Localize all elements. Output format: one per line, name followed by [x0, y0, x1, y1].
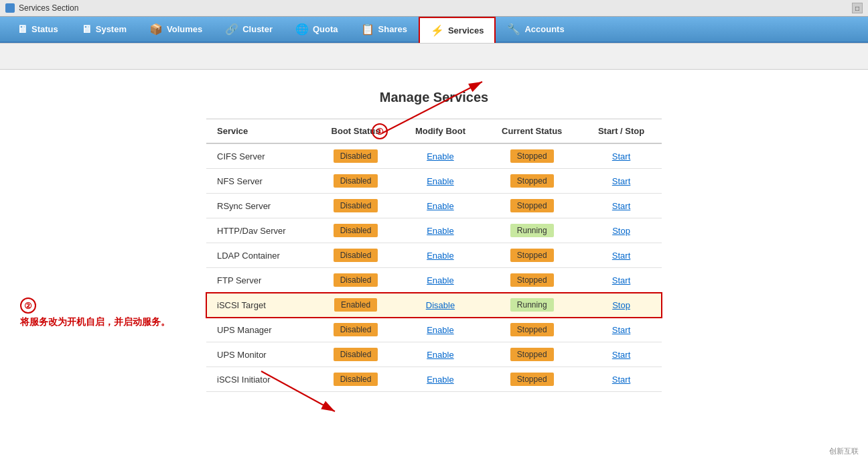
- start-button[interactable]: Start: [612, 151, 630, 161]
- current-status-cell: Stopped: [483, 143, 581, 169]
- nav-accounts[interactable]: 🔧 Accounts: [496, 17, 575, 42]
- current-status-cell: Stopped: [483, 342, 581, 367]
- start-stop-cell[interactable]: Stop: [581, 293, 662, 318]
- quota-icon: 🌐: [295, 23, 309, 36]
- page-wrapper: Services Section □ 🖥 Status 🖥 System 📦 V…: [0, 0, 868, 463]
- start-stop-cell[interactable]: Start: [581, 342, 662, 367]
- service-name: iSCSI Target: [206, 293, 313, 318]
- boot-status-cell: Disabled: [313, 318, 397, 342]
- modify-boot-cell[interactable]: Enable: [398, 194, 484, 218]
- boot-status-badge: Disabled: [334, 174, 378, 188]
- start-stop-cell[interactable]: Stop: [581, 218, 662, 243]
- modify-boot-button[interactable]: Enable: [427, 226, 453, 236]
- title-bar: Services Section □: [0, 0, 868, 17]
- nav-cluster[interactable]: 🔗 Cluster: [214, 17, 284, 42]
- boot-status-badge: Disabled: [334, 199, 378, 212]
- boot-status-badge: Disabled: [334, 149, 378, 163]
- current-status-cell: Running: [483, 218, 581, 243]
- nav-system[interactable]: 🖥 System: [70, 17, 138, 42]
- nav-quota-label: Quota: [313, 24, 338, 34]
- service-name: HTTP/Dav Server: [206, 218, 313, 243]
- table-row: UPS ManagerDisabledEnableStoppedStart: [206, 318, 662, 342]
- start-stop-cell[interactable]: Start: [581, 194, 662, 218]
- service-name: RSync Server: [206, 194, 313, 218]
- nav-system-label: System: [96, 24, 127, 34]
- table-row: HTTP/Dav ServerDisabledEnableRunningStop: [206, 218, 662, 243]
- services-icon: ⚡: [431, 24, 444, 37]
- nav-services[interactable]: ⚡ Services: [419, 17, 496, 43]
- accounts-icon: 🔧: [507, 23, 520, 36]
- start-button[interactable]: Start: [612, 251, 630, 261]
- nav-shares[interactable]: 📋 Shares: [350, 17, 419, 42]
- service-name: LDAP Container: [206, 243, 313, 268]
- modify-boot-button[interactable]: Disable: [426, 300, 455, 310]
- table-row: UPS MonitorDisabledEnableStoppedStart: [206, 342, 662, 367]
- modify-boot-button[interactable]: Enable: [427, 201, 453, 211]
- modify-boot-cell[interactable]: Enable: [398, 143, 484, 169]
- current-status-cell: Stopped: [483, 169, 581, 194]
- table-row: iSCSI InitiatorDisabledEnableStoppedStar…: [206, 367, 662, 392]
- stop-button[interactable]: Stop: [612, 300, 630, 310]
- modify-boot-button[interactable]: Enable: [427, 151, 453, 161]
- modify-boot-cell[interactable]: Enable: [398, 268, 484, 293]
- nav-bar: 🖥 Status 🖥 System 📦 Volumes 🔗 Cluster 🌐 …: [0, 17, 868, 43]
- table-header-row: Service Boot Status Modify Boot Current …: [206, 119, 662, 144]
- modify-boot-button[interactable]: Enable: [427, 275, 453, 285]
- modify-boot-cell[interactable]: Enable: [398, 169, 484, 194]
- modify-boot-cell[interactable]: Enable: [398, 243, 484, 268]
- volumes-icon: 📦: [149, 23, 163, 36]
- cluster-icon: 🔗: [225, 23, 238, 36]
- service-name: FTP Server: [206, 268, 313, 293]
- start-button[interactable]: Start: [612, 325, 630, 335]
- boot-status-badge: Disabled: [334, 224, 378, 237]
- modify-boot-cell[interactable]: Enable: [398, 342, 484, 367]
- start-stop-cell[interactable]: Start: [581, 169, 662, 194]
- table-row: NFS ServerDisabledEnableStoppedStart: [206, 169, 662, 194]
- nav-status-label: Status: [31, 24, 58, 34]
- close-icon: □: [855, 5, 859, 12]
- nav-services-label: Services: [448, 25, 484, 36]
- start-stop-cell[interactable]: Start: [581, 243, 662, 268]
- modify-boot-cell[interactable]: Enable: [398, 218, 484, 243]
- current-status-badge: Stopped: [510, 323, 554, 336]
- boot-status-cell: Disabled: [313, 268, 397, 293]
- start-button[interactable]: Start: [612, 275, 630, 285]
- status-icon: 🖥: [17, 23, 27, 36]
- modify-boot-button[interactable]: Enable: [427, 325, 453, 335]
- modify-boot-button[interactable]: Enable: [427, 375, 453, 385]
- start-stop-cell[interactable]: Start: [581, 268, 662, 293]
- boot-status-cell: Disabled: [313, 218, 397, 243]
- boot-status-cell: Disabled: [313, 143, 397, 169]
- current-status-badge: Stopped: [510, 373, 554, 386]
- current-status-cell: Stopped: [483, 318, 581, 342]
- boot-status-cell: Disabled: [313, 169, 397, 194]
- start-button[interactable]: Start: [612, 375, 630, 385]
- start-button[interactable]: Start: [612, 176, 630, 186]
- close-button[interactable]: □: [852, 3, 863, 13]
- modify-boot-cell[interactable]: Disable: [398, 293, 484, 318]
- nav-status[interactable]: 🖥 Status: [5, 17, 70, 42]
- current-status-badge: Stopped: [510, 199, 554, 212]
- nav-volumes[interactable]: 📦 Volumes: [138, 17, 214, 42]
- circle-1: ①: [372, 123, 388, 139]
- annotation-chinese-text: 将服务改为开机自启，并启动服务。: [20, 316, 170, 328]
- modify-boot-button[interactable]: Enable: [427, 251, 453, 261]
- modify-boot-button[interactable]: Enable: [427, 350, 453, 360]
- start-stop-cell[interactable]: Start: [581, 143, 662, 169]
- start-stop-cell[interactable]: Start: [581, 318, 662, 342]
- current-status-cell: Stopped: [483, 194, 581, 218]
- start-stop-cell[interactable]: Start: [581, 367, 662, 392]
- table-row: CIFS ServerDisabledEnableStoppedStart: [206, 143, 662, 169]
- current-status-badge: Stopped: [510, 149, 554, 163]
- nav-quota[interactable]: 🌐 Quota: [284, 17, 350, 42]
- stop-button[interactable]: Stop: [612, 226, 630, 236]
- current-status-badge: Stopped: [510, 348, 554, 361]
- modify-boot-button[interactable]: Enable: [427, 176, 453, 186]
- nav-cluster-label: Cluster: [242, 24, 273, 34]
- modify-boot-cell[interactable]: Enable: [398, 318, 484, 342]
- services-table: Service Boot Status Modify Boot Current …: [206, 119, 662, 392]
- start-button[interactable]: Start: [612, 350, 630, 360]
- current-status-badge: Stopped: [510, 273, 554, 287]
- start-button[interactable]: Start: [612, 201, 630, 211]
- modify-boot-cell[interactable]: Enable: [398, 367, 484, 392]
